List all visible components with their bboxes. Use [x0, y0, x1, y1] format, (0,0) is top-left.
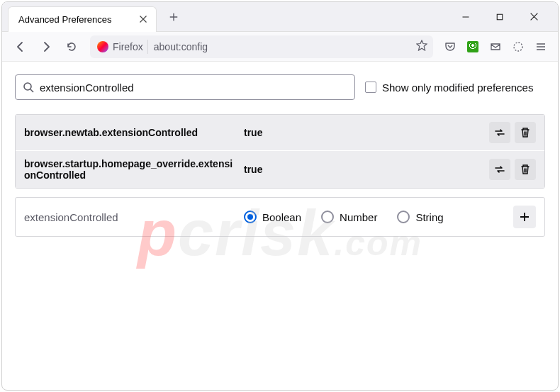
preference-row[interactable]: browser.startup.homepage_override.extens… — [16, 151, 544, 188]
preference-value: true — [244, 127, 482, 138]
browser-toolbar: Firefox about:config — [2, 32, 558, 62]
url-bar[interactable]: Firefox about:config — [90, 35, 433, 58]
add-preference-section: extensionControlled Boolean Number Strin… — [15, 197, 545, 237]
preference-name: browser.newtab.extensionControlled — [24, 127, 237, 138]
only-modified-checkbox[interactable]: Show only modified preferences — [365, 82, 533, 94]
type-radio-boolean[interactable]: Boolean — [244, 211, 301, 223]
radio-icon — [244, 211, 257, 223]
browser-tab[interactable]: Advanced Preferences — [8, 6, 157, 32]
email-icon[interactable] — [486, 37, 505, 57]
toggle-button[interactable] — [489, 159, 510, 180]
forward-button[interactable] — [35, 35, 57, 58]
type-radio-string[interactable]: String — [397, 211, 443, 223]
plus-icon — [519, 211, 530, 223]
account-icon[interactable] — [508, 37, 528, 57]
firefox-logo-icon — [97, 41, 108, 52]
radio-icon — [397, 211, 410, 223]
svg-point-2 — [24, 83, 31, 90]
identity-label: Firefox — [113, 41, 143, 52]
type-radio-number[interactable]: Number — [321, 211, 377, 223]
add-preference-button[interactable] — [513, 206, 536, 228]
type-radio-group: Boolean Number String — [244, 211, 506, 223]
new-tab-button[interactable] — [164, 7, 184, 27]
radio-icon — [321, 211, 334, 223]
svg-rect-0 — [497, 14, 503, 20]
preference-name: browser.startup.homepage_override.extens… — [24, 158, 237, 181]
checkbox-icon — [365, 82, 376, 93]
toggle-button[interactable] — [489, 122, 510, 143]
pocket-icon[interactable] — [440, 37, 460, 57]
reload-button[interactable] — [60, 35, 83, 58]
new-preference-name: extensionControlled — [24, 211, 237, 223]
preferences-table: browser.newtab.extensionControlled true … — [15, 114, 545, 189]
close-tab-icon[interactable] — [138, 13, 149, 25]
address-text: about:config — [154, 41, 410, 52]
maximize-button[interactable] — [490, 7, 510, 27]
toggle-icon — [494, 127, 505, 138]
preference-row[interactable]: browser.newtab.extensionControlled true — [16, 115, 544, 151]
radio-label: String — [415, 211, 443, 223]
bookmark-star-icon[interactable] — [416, 40, 427, 53]
menu-icon[interactable] — [531, 37, 551, 57]
back-button[interactable] — [9, 35, 32, 58]
radio-label: Boolean — [262, 211, 301, 223]
preference-value: true — [244, 164, 482, 175]
close-window-button[interactable] — [524, 7, 544, 27]
delete-button[interactable] — [515, 122, 536, 143]
trash-icon — [520, 164, 531, 175]
title-bar: Advanced Preferences — [2, 2, 558, 32]
svg-point-1 — [514, 43, 522, 51]
extension-icon[interactable] — [463, 37, 483, 57]
preference-search-input[interactable]: extensionControlled — [15, 74, 355, 100]
tab-title: Advanced Preferences — [18, 14, 112, 25]
search-icon — [23, 82, 34, 93]
trash-icon — [520, 127, 531, 138]
search-value: extensionControlled — [40, 82, 134, 94]
radio-label: Number — [340, 211, 377, 223]
toggle-icon — [494, 164, 505, 175]
delete-button[interactable] — [515, 159, 536, 180]
about-config-content: extensionControlled Show only modified p… — [2, 62, 558, 390]
minimize-button[interactable] — [456, 7, 476, 27]
only-modified-label: Show only modified preferences — [382, 82, 533, 94]
site-identity[interactable]: Firefox — [96, 40, 148, 54]
window-controls — [456, 7, 558, 27]
